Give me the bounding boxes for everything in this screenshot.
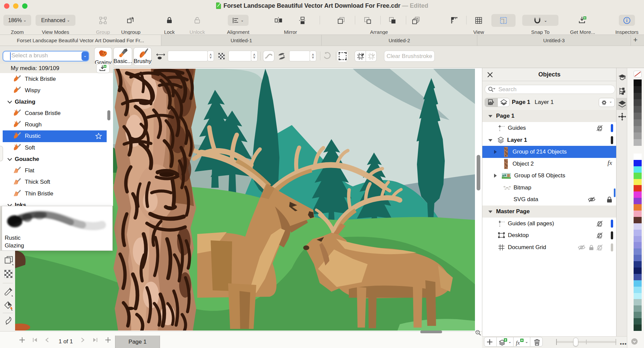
svg-text:fx: fx bbox=[516, 340, 520, 346]
